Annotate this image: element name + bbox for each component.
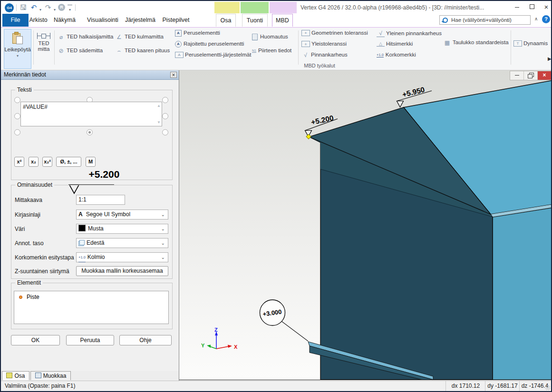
elementit-group: Elementit Piste <box>11 283 173 329</box>
special-text-button[interactable]: M <box>86 157 96 167</box>
clipboard-button[interactable]: Leikepöytä ▾ <box>4 29 31 69</box>
chevron-down-icon: ⌄ <box>161 224 165 233</box>
context-group-mbd <box>270 2 297 14</box>
rajoitettu-peruselementti-button[interactable]: ARajoitettu peruselementti <box>175 41 244 49</box>
anchor-radio-mid-right[interactable] <box>162 113 168 119</box>
mittakaava-input[interactable]: 1:1 <box>76 195 125 205</box>
ted-sademitta-button[interactable]: ⊘TED sädemitta <box>57 48 103 56</box>
tab-mbd[interactable]: MBD <box>272 14 293 27</box>
vari-label: Väri <box>15 226 25 232</box>
tab-visualisointi[interactable]: Visualisointi <box>86 14 120 27</box>
viewport-close-button[interactable]: × <box>538 71 551 80</box>
save-icon[interactable]: 🖫 <box>19 3 28 12</box>
peruselementti-button[interactable]: APeruselementti <box>175 30 220 38</box>
doc-tab-muokkaa[interactable]: Muokkaa <box>30 371 71 380</box>
scroll-down-icon[interactable]: ▼ <box>157 120 161 124</box>
ted-kaaren-pituus-button[interactable]: ⌢TED kaaren pituus <box>115 48 170 56</box>
doc-tab-osa[interactable]: Osa <box>2 371 29 380</box>
viewport-restore-button[interactable] <box>524 71 538 80</box>
help-button[interactable]: ? <box>542 15 550 23</box>
arc-icon: ⌢ <box>115 48 123 54</box>
viewport-minimize-button[interactable] <box>510 71 524 80</box>
superscript-button[interactable]: x² <box>14 157 24 167</box>
yleinen-pinnankarheus-button[interactable]: √Yleinen pinnankarheus <box>377 30 442 38</box>
app-logo-icon[interactable]: G4 <box>5 3 14 12</box>
cancel-button[interactable]: Peruuta <box>66 335 114 345</box>
geometric-tolerance-icon: ⌖ <box>301 30 310 36</box>
anchor-radio-top-left[interactable] <box>14 97 20 103</box>
tab-arkisto[interactable]: Arkisto <box>28 14 49 27</box>
elevation-preview-value: +5.200 <box>68 169 140 180</box>
anchor-radio-top-right[interactable] <box>162 97 168 103</box>
geometrinen-toleranssi-button[interactable]: ⌖Geometrinen toleranssi <box>301 30 368 38</box>
pinnankarheus-button[interactable]: √Pinnankarheus <box>301 52 348 60</box>
dialog-close-icon[interactable]: ✕ <box>170 72 177 78</box>
tab-jarjestelma[interactable]: Järjestelmä <box>125 14 156 27</box>
annot-taso-label: Annot. taso <box>15 240 44 247</box>
tab-nakyma[interactable]: Näkymä <box>53 14 76 27</box>
redo-icon[interactable]: ↷ <box>44 3 52 12</box>
undo-icon[interactable]: ↶ <box>29 3 38 12</box>
divider <box>75 4 76 11</box>
datum-icon: A <box>175 30 182 37</box>
anchor-radio-bottom-right[interactable] <box>162 129 168 135</box>
yleistoleranssi-button[interactable]: ±Yleistoleranssi <box>301 41 347 49</box>
dynaamis-button[interactable]: TDynaamis <box>513 40 548 49</box>
r-mode-icon[interactable]: R <box>58 4 65 11</box>
hitsimerkki-button[interactable]: △Hitsimerkki <box>377 41 413 49</box>
3d-viewport[interactable]: +5.950 +5.200 +3.000 <box>179 70 552 380</box>
search-box[interactable]: Hae (välilyönti+välilyönti) <box>439 15 531 25</box>
anchor-radio-mid-left[interactable] <box>14 113 20 119</box>
dimension-icon <box>37 33 50 39</box>
title-bar: G4 🖫 ↶ ▾ ↷ ▾ R ▾ Vertex G4 2026 / 32.0.0… <box>1 0 551 13</box>
ribbon: Leikepöytä ▾ TED mitta ⌀TED halkaisijami… <box>1 27 551 70</box>
divider <box>511 30 511 65</box>
ted-halkaisijamitta-button[interactable]: ⌀TED halkaisijamitta <box>57 34 113 42</box>
vari-select[interactable]: Musta⌄ <box>76 224 168 234</box>
annotation-text-area[interactable]: #VALUE# ▲ ▼ <box>20 102 162 126</box>
peruselementti-jarjestelmat-button[interactable]: APeruselementti-järjestelmät <box>175 52 251 60</box>
close-button[interactable]: × <box>541 3 552 11</box>
tab-osa[interactable]: Osa <box>216 14 236 27</box>
korkomerkki-button[interactable]: +1.0Korkomerkki <box>377 52 416 60</box>
window-title: Vertex G4 2026 / 32.0.0-alpha (r196968-a… <box>300 4 484 11</box>
maximize-button[interactable] <box>527 3 537 11</box>
korkomerkin-select[interactable]: +1.0Kolmio⌄ <box>76 252 168 262</box>
minimize-button[interactable] <box>512 3 522 11</box>
font-icon: A <box>78 211 83 218</box>
ribbon-collapse-icon[interactable]: ∧ <box>534 16 538 21</box>
anchor-radio-bottom-center[interactable] <box>87 129 93 135</box>
3d-scene[interactable]: +5.950 +5.200 +3.000 <box>179 70 552 380</box>
ted-kulmamitta-button[interactable]: ∠TED kulmamitta <box>115 34 164 42</box>
scroll-up-icon[interactable]: ▲ <box>157 104 161 108</box>
edit-model-elevation-button[interactable]: Muokkaa mallin korkeusasemaa <box>76 266 168 276</box>
kirjasinlaji-select[interactable]: ASegoe UI Symbol⌄ <box>76 210 168 220</box>
divider <box>298 30 299 65</box>
clipboard-label: Leikepöytä <box>4 47 31 52</box>
tab-file[interactable]: File <box>2 14 29 27</box>
piirteen-tiedot-button[interactable]: N1Piirteen tiedot <box>252 48 291 56</box>
element-list[interactable]: Piste <box>14 291 169 324</box>
ted-mitta-button[interactable]: TED mitta <box>34 30 53 68</box>
dialog-title-bar[interactable]: Merkinnän tiedot <box>1 70 179 80</box>
ok-button[interactable]: OK <box>11 335 60 345</box>
surface-roughness-icon: √ <box>301 52 310 58</box>
symbols-button[interactable]: Ø, ±, ... <box>56 157 81 167</box>
resize-grip[interactable] <box>545 385 550 390</box>
tab-pistepilvet[interactable]: Pistepilvet <box>162 14 190 27</box>
ominaisuudet-group: Ominaisuudet Mittakaava 1:1 Kirjasinlaji… <box>11 185 173 279</box>
list-item[interactable]: Piste <box>27 294 39 300</box>
model-wall-face-right[interactable] <box>493 208 552 380</box>
huomautus-button[interactable]: Huomautus <box>252 34 288 42</box>
supsub-button[interactable]: x₂² <box>42 157 52 167</box>
subscript-button[interactable]: x₂ <box>29 157 39 167</box>
part-icon <box>6 373 12 378</box>
help-dialog-button[interactable]: Ohje <box>119 335 172 345</box>
tab-tuonti[interactable]: Tuonti <box>242 14 268 27</box>
ribbon-overflow-arrow[interactable]: ▶ <box>548 56 552 61</box>
anchor-radio-bottom-left[interactable] <box>14 129 20 135</box>
taulukko-standardeista-button[interactable]: ▦Taulukko standardeista <box>443 39 509 48</box>
annot-taso-select[interactable]: Edestä⌄ <box>76 238 168 248</box>
korkomerkin-label: Korkomerkin esitystapa <box>15 254 74 261</box>
search-input[interactable]: Hae (välilyönti+välilyönti) <box>451 17 512 23</box>
